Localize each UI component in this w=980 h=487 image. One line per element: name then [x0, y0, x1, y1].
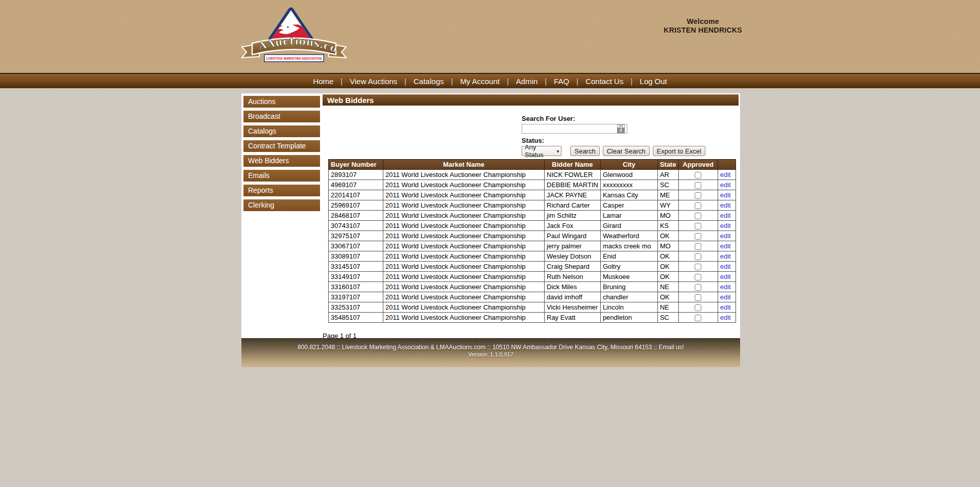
edit-link[interactable]: edit	[720, 232, 731, 240]
autofill-icon[interactable]: ••• 2	[617, 124, 625, 133]
search-button[interactable]: Search	[570, 146, 599, 156]
approved-checkbox[interactable]	[695, 172, 701, 178]
approved-checkbox[interactable]	[695, 315, 701, 321]
approved-checkbox[interactable]	[695, 243, 701, 250]
market-name-cell: 2011 World Livestock Auctioneer Champion…	[383, 313, 545, 323]
nav-item[interactable]: Contact Us	[585, 77, 640, 86]
nav-menu: Home View Auctions Catalogs My Account A…	[0, 74, 980, 88]
search-user-input[interactable]	[522, 124, 627, 134]
clear-search-button[interactable]: Clear Search	[603, 146, 650, 156]
approved-checkbox[interactable]	[695, 304, 701, 311]
approved-checkbox[interactable]	[695, 253, 701, 260]
approved-checkbox[interactable]	[695, 213, 701, 219]
state-cell: OK	[657, 231, 678, 241]
lma-logo[interactable]: LMAAuctions.com LIVESTOCK MARKETING ASSO…	[238, 3, 350, 67]
bidder-name-cell: Vicki Hessheimer	[545, 302, 601, 313]
approved-checkbox[interactable]	[695, 182, 701, 189]
edit-link[interactable]: edit	[720, 212, 731, 219]
header-edit	[718, 160, 736, 170]
approved-checkbox[interactable]	[695, 284, 701, 291]
logo-tagline-text: LIVESTOCK MARKETING ASSOCIATION	[266, 56, 322, 61]
bidder-name-cell: Dick Miles	[545, 282, 601, 292]
city-cell: Girard	[600, 221, 657, 231]
sidebar-item[interactable]: Web Bidders	[243, 155, 320, 167]
table-row: 33197107 2011 World Livestock Auctioneer…	[329, 292, 736, 302]
city-cell: Goltry	[600, 262, 657, 272]
sidebar-item[interactable]: Reports	[243, 185, 320, 196]
approved-checkbox[interactable]	[695, 294, 701, 301]
edit-link[interactable]: edit	[720, 252, 731, 260]
state-cell: WY	[657, 200, 678, 211]
nav-item[interactable]: Catalogs	[413, 77, 460, 86]
page: { "header": { "logo": { "brand": "LMAAuc…	[0, 0, 980, 487]
market-name-cell: 2011 World Livestock Auctioneer Champion…	[383, 180, 545, 190]
approved-checkbox[interactable]	[695, 202, 701, 209]
footer-text-block: 800.821.2048 :: Livestock Marketing Asso…	[241, 338, 740, 357]
bidder-name-cell: Ruth Nelson	[545, 272, 601, 282]
market-name-cell: 2011 World Livestock Auctioneer Champion…	[383, 282, 545, 292]
nav-item[interactable]: Admin	[516, 77, 554, 86]
buyer-number-cell: 4969107	[329, 180, 383, 190]
approved-checkbox[interactable]	[695, 264, 701, 270]
edit-link[interactable]: edit	[720, 283, 731, 291]
edit-link[interactable]: edit	[720, 242, 731, 250]
header-buyer-number: Buyer Number	[329, 160, 383, 170]
approved-checkbox[interactable]	[695, 274, 701, 280]
sidebar-item[interactable]: Clerking	[243, 199, 320, 211]
table-row: 32975107 2011 World Livestock Auctioneer…	[329, 231, 736, 241]
table-row: 33149107 2011 World Livestock Auctioneer…	[329, 272, 736, 282]
edit-link[interactable]: edit	[720, 201, 731, 209]
edit-link[interactable]: edit	[720, 273, 731, 280]
approved-checkbox[interactable]	[695, 223, 701, 229]
state-cell: MO	[657, 211, 678, 221]
edit-link[interactable]: edit	[720, 222, 731, 229]
city-cell: pendleton	[600, 313, 657, 323]
table-row: 33160107 2011 World Livestock Auctioneer…	[329, 282, 736, 292]
city-cell: Casper	[600, 200, 657, 211]
market-name-cell: 2011 World Livestock Auctioneer Champion…	[383, 251, 545, 262]
nav-item[interactable]: My Account	[460, 77, 516, 86]
buyer-number-cell: 28468107	[329, 211, 383, 221]
buyer-number-cell: 33067107	[329, 241, 383, 251]
email-us-link[interactable]: Email us!	[659, 344, 684, 351]
bidder-name-cell: david imhoff	[545, 292, 601, 302]
state-cell: SC	[657, 180, 678, 190]
nav-item[interactable]: Home	[313, 77, 350, 86]
buyer-number-cell: 32975107	[329, 231, 383, 241]
header-bidder-name: Bidder Name	[545, 160, 601, 170]
status-select-value: Any Status	[525, 143, 556, 159]
edit-link[interactable]: edit	[720, 171, 731, 178]
table-row: 30743107 2011 World Livestock Auctioneer…	[329, 221, 736, 231]
table-row: 33253107 2011 World Livestock Auctioneer…	[329, 302, 736, 313]
edit-link[interactable]: edit	[720, 191, 731, 199]
sidebar-item[interactable]: Broadcast	[243, 111, 320, 122]
market-name-cell: 2011 World Livestock Auctioneer Champion…	[383, 221, 545, 231]
edit-link[interactable]: edit	[720, 181, 731, 189]
market-name-cell: 2011 World Livestock Auctioneer Champion…	[383, 272, 545, 282]
buyer-number-cell: 2893107	[329, 170, 383, 180]
nav-item[interactable]: FAQ	[554, 77, 585, 86]
export-to-excel-button[interactable]: Export to Excel	[653, 146, 705, 156]
edit-link[interactable]: edit	[720, 293, 731, 301]
sidebar-item[interactable]: Auctions	[243, 96, 320, 108]
edit-link[interactable]: edit	[720, 303, 731, 311]
chevron-down-icon: ▾	[556, 148, 559, 154]
market-name-cell: 2011 World Livestock Auctioneer Champion…	[383, 302, 545, 313]
approved-checkbox[interactable]	[695, 233, 701, 240]
table-row: 25969107 2011 World Livestock Auctioneer…	[329, 200, 736, 211]
web-bidders-table: Buyer Number Market Name Bidder Name Cit…	[328, 159, 736, 323]
status-select[interactable]: Any Status ▾	[522, 146, 561, 156]
sidebar-item[interactable]: Emails	[243, 170, 320, 182]
nav-item[interactable]: View Auctions	[350, 77, 413, 86]
nav-item[interactable]: Log Out	[640, 77, 667, 86]
edit-link[interactable]: edit	[720, 314, 731, 321]
city-cell: Lincoln	[600, 302, 657, 313]
bidder-name-cell: jerry palmer	[545, 241, 601, 251]
buyer-number-cell: 22014107	[329, 190, 383, 200]
edit-link[interactable]: edit	[720, 263, 731, 270]
sidebar-item[interactable]: Contract Template	[243, 140, 320, 152]
sidebar-item[interactable]: Catalogs	[243, 125, 320, 137]
buyer-number-cell: 35485107	[329, 313, 383, 323]
approved-checkbox[interactable]	[695, 192, 701, 199]
table-row: 33145107 2011 World Livestock Auctioneer…	[329, 262, 736, 272]
